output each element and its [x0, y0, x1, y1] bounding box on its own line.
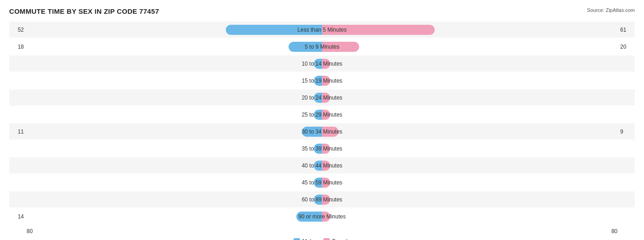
chart-header: COMMUTE TIME BY SEX IN ZIP CODE 77457 So… — [9, 7, 635, 15]
female-bar-container — [322, 178, 617, 188]
female-bar-container — [322, 144, 617, 154]
axis-left-label: 80 — [27, 228, 33, 234]
legend-male: Male — [294, 238, 314, 240]
male-bar-container — [27, 127, 322, 137]
male-bar — [226, 25, 322, 35]
female-bar — [322, 195, 330, 205]
bar-section: 60 to 89 Minutes — [27, 191, 617, 207]
female-bar-container — [322, 127, 617, 137]
female-bar — [322, 127, 338, 137]
male-bar-container — [27, 212, 322, 222]
female-bar — [322, 212, 330, 222]
chart-row: 10 to 14 Minutes — [9, 56, 635, 72]
male-value: 11 — [9, 128, 27, 135]
chart-source: Source: ZipAtlas.com — [587, 7, 635, 13]
female-value: 20 — [617, 44, 635, 50]
female-value: 9 — [617, 128, 635, 135]
female-bar-container — [322, 59, 617, 69]
female-bar — [322, 76, 330, 86]
bar-section: 30 to 34 Minutes — [27, 123, 617, 140]
male-bar-container — [27, 161, 322, 171]
male-value: 14 — [9, 213, 27, 220]
male-bar — [314, 178, 322, 188]
chart-row: 52Less than 5 Minutes61 — [9, 22, 635, 38]
male-bar — [314, 161, 322, 171]
male-bar-container — [27, 25, 322, 35]
female-bar — [322, 42, 359, 52]
bar-section: 90 or more Minutes — [27, 208, 617, 224]
female-bar — [322, 110, 330, 120]
female-bar-container — [322, 195, 617, 205]
bar-section: 20 to 24 Minutes — [27, 89, 617, 106]
male-bar — [314, 59, 322, 69]
chart-row: 25 to 29 Minutes — [9, 106, 635, 123]
male-bar-container — [27, 59, 322, 69]
chart-row: 40 to 44 Minutes — [9, 157, 635, 173]
chart-row: 45 to 59 Minutes — [9, 174, 635, 190]
axis-right-label: 80 — [611, 228, 617, 234]
bar-section: 35 to 39 Minutes — [27, 140, 617, 156]
chart-row: 20 to 24 Minutes — [9, 89, 635, 106]
female-bar — [322, 144, 330, 154]
bar-section: 25 to 29 Minutes — [27, 106, 617, 123]
male-value: 18 — [9, 44, 27, 50]
bar-section: 45 to 59 Minutes — [27, 174, 617, 190]
male-bar — [314, 195, 322, 205]
male-bar-container — [27, 110, 322, 120]
female-bar-container — [322, 25, 617, 35]
female-bar-container — [322, 161, 617, 171]
chart-container: COMMUTE TIME BY SEX IN ZIP CODE 77457 So… — [9, 7, 635, 240]
chart-row: 35 to 39 Minutes — [9, 140, 635, 156]
female-bar-container — [322, 212, 617, 222]
male-value: 52 — [9, 27, 27, 33]
chart-row: 1130 to 34 Minutes9 — [9, 123, 635, 140]
female-bar — [322, 93, 330, 103]
bar-section: Less than 5 Minutes — [27, 22, 617, 38]
female-bar-container — [322, 76, 617, 86]
bar-section: 40 to 44 Minutes — [27, 157, 617, 173]
chart-row: 185 to 9 Minutes20 — [9, 39, 635, 55]
chart-row: 15 to 19 Minutes — [9, 73, 635, 89]
male-bar-container — [27, 195, 322, 205]
female-bar-container — [322, 42, 617, 52]
bar-section: 10 to 14 Minutes — [27, 56, 617, 72]
male-bar — [314, 144, 322, 154]
legend-female-box — [323, 238, 330, 240]
bar-section: 15 to 19 Minutes — [27, 73, 617, 89]
legend-female: Female — [323, 238, 350, 240]
male-bar — [314, 76, 322, 86]
legend-male-box — [294, 238, 300, 240]
female-bar-container — [322, 93, 617, 103]
female-bar — [322, 59, 330, 69]
female-bar-container — [322, 110, 617, 120]
male-bar — [314, 110, 322, 120]
male-bar-container — [27, 144, 322, 154]
chart-row: 60 to 89 Minutes — [9, 191, 635, 207]
chart-area: 52Less than 5 Minutes61185 to 9 Minutes2… — [9, 22, 635, 224]
male-bar-container — [27, 178, 322, 188]
male-bar-container — [27, 76, 322, 86]
male-bar — [289, 42, 322, 52]
chart-row: 1490 or more Minutes — [9, 208, 635, 224]
male-bar — [314, 93, 322, 103]
male-bar-container — [27, 42, 322, 52]
female-bar — [322, 25, 435, 35]
legend-male-label: Male — [302, 238, 314, 240]
bar-section: 5 to 9 Minutes — [27, 39, 617, 55]
female-bar — [322, 161, 330, 171]
chart-title: COMMUTE TIME BY SEX IN ZIP CODE 77457 — [9, 7, 159, 15]
legend-female-label: Female — [332, 238, 350, 240]
legend: Male Female — [9, 238, 635, 240]
male-bar — [296, 212, 322, 222]
male-bar-container — [27, 93, 322, 103]
female-value: 61 — [617, 27, 635, 33]
male-bar — [302, 127, 322, 137]
female-bar — [322, 178, 330, 188]
axis-row: 80 80 — [9, 228, 635, 234]
